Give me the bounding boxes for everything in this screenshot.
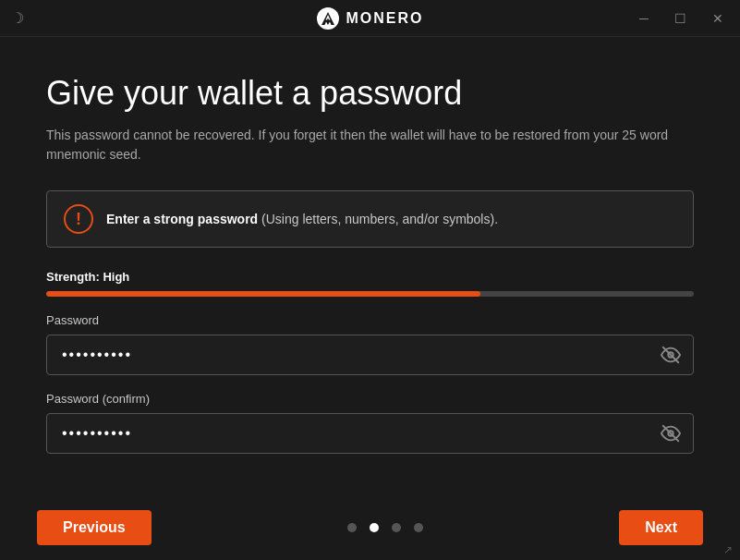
- pagination-dots: [347, 523, 423, 532]
- pagination-dot-2: [370, 523, 379, 532]
- maximize-button[interactable]: ☐: [669, 9, 692, 28]
- footer: Previous Next: [0, 495, 740, 560]
- password-input[interactable]: [46, 335, 694, 375]
- strength-label: Strength: High: [46, 270, 694, 284]
- confirm-password-label: Password (confirm): [46, 392, 694, 406]
- info-box: ! Enter a strong password (Using letters…: [46, 190, 694, 248]
- password-toggle-visibility-button[interactable]: [661, 345, 681, 365]
- pagination-dot-4: [414, 523, 423, 532]
- eye-icon: [661, 345, 681, 365]
- password-input-wrapper: [46, 335, 694, 375]
- info-text-rest: (Using letters, numbers, and/or symbols)…: [258, 212, 498, 226]
- resize-handle[interactable]: ↗: [723, 543, 736, 556]
- eye-icon-confirm: [661, 423, 681, 444]
- title-bar-controls: ─ ☐ ✕: [634, 9, 729, 28]
- strength-bar: [46, 291, 694, 297]
- strength-section: Strength: High: [46, 270, 694, 297]
- confirm-toggle-visibility-button[interactable]: [661, 423, 681, 444]
- confirm-password-input[interactable]: [46, 413, 694, 454]
- warning-icon: !: [64, 204, 93, 234]
- strength-bar-fill: [46, 291, 480, 297]
- close-button[interactable]: ✕: [707, 9, 729, 28]
- page-title: Give your wallet a password: [46, 74, 694, 113]
- next-button[interactable]: Next: [619, 510, 703, 545]
- pagination-dot-1: [347, 523, 357, 532]
- moon-icon[interactable]: ☽: [11, 9, 24, 27]
- password-label: Password: [46, 313, 694, 327]
- app-title: MONERO: [346, 10, 424, 27]
- info-text: Enter a strong password (Using letters, …: [106, 212, 498, 226]
- page-subtitle: This password cannot be recovered. If yo…: [46, 126, 674, 164]
- pagination-dot-3: [392, 523, 401, 532]
- confirm-input-wrapper: [46, 413, 694, 454]
- previous-button[interactable]: Previous: [37, 510, 152, 545]
- confirm-field-section: Password (confirm): [46, 392, 694, 454]
- minimize-button[interactable]: ─: [634, 9, 654, 28]
- title-bar-left: ☽: [11, 9, 24, 27]
- title-bar: ☽ MONERO ─ ☐ ✕: [0, 0, 740, 37]
- main-content: Give your wallet a password This passwor…: [0, 37, 740, 489]
- monero-logo-icon: [317, 7, 339, 30]
- password-field-section: Password: [46, 313, 694, 375]
- title-bar-center: MONERO: [317, 7, 424, 30]
- info-text-strong: Enter a strong password: [106, 212, 258, 226]
